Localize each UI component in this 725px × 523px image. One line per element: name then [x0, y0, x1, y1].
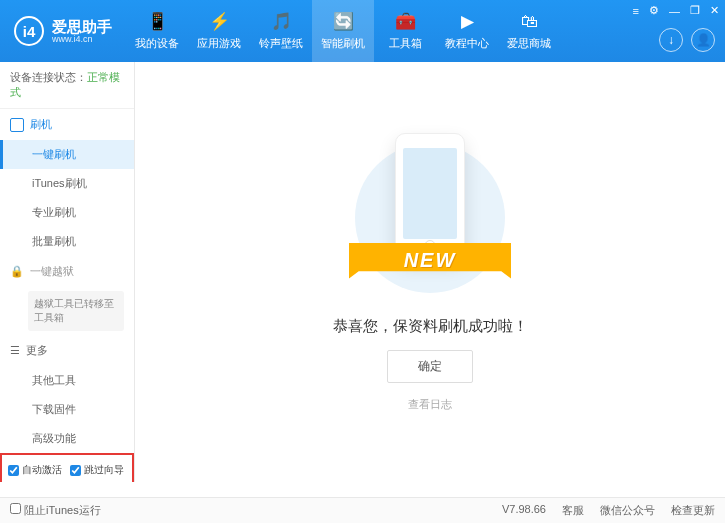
sidebar-item-batch-flash[interactable]: 批量刷机 — [0, 227, 134, 256]
header: i4 爱思助手 www.i4.cn 📱我的设备 ⚡应用游戏 🎵铃声壁纸 🔄智能刷… — [0, 0, 725, 62]
nav-store[interactable]: 🛍爱思商城 — [498, 0, 560, 62]
footer-update[interactable]: 检查更新 — [671, 503, 715, 518]
settings-icon[interactable]: ⚙ — [649, 4, 659, 17]
connection-status: 设备连接状态：正常模式 — [0, 62, 134, 109]
phone-graphic — [395, 133, 465, 258]
footer-wechat[interactable]: 微信公众号 — [600, 503, 655, 518]
ok-button[interactable]: 确定 — [387, 350, 473, 383]
sidebar-item-download-firmware[interactable]: 下载固件 — [0, 395, 134, 424]
header-right: ↓ 👤 — [659, 28, 715, 52]
window-controls: ≡ ⚙ — ❐ ✕ — [633, 4, 719, 17]
options-highlighted: 自动激活 跳过向导 — [0, 453, 134, 482]
logo: i4 爱思助手 www.i4.cn — [0, 16, 126, 46]
store-icon: 🛍 — [519, 12, 539, 32]
section-more[interactable]: ☰更多 — [0, 335, 134, 366]
brand-url: www.i4.cn — [52, 34, 112, 44]
nav-my-device[interactable]: 📱我的设备 — [126, 0, 188, 62]
more-icon: ☰ — [10, 344, 20, 357]
sidebar: 设备连接状态：正常模式 刷机 一键刷机 iTunes刷机 专业刷机 批量刷机 🔒… — [0, 62, 135, 482]
maximize-icon[interactable]: ❐ — [690, 4, 700, 17]
nav-toolbox[interactable]: 🧰工具箱 — [374, 0, 436, 62]
apps-icon: ⚡ — [209, 12, 229, 32]
success-illustration: NEW — [355, 133, 505, 303]
logo-icon: i4 — [14, 16, 44, 46]
refresh-icon: 🔄 — [333, 12, 353, 32]
user-icon[interactable]: 👤 — [691, 28, 715, 52]
nav-ringtones[interactable]: 🎵铃声壁纸 — [250, 0, 312, 62]
sidebar-item-oneclick-flash[interactable]: 一键刷机 — [0, 140, 134, 169]
download-icon[interactable]: ↓ — [659, 28, 683, 52]
device-icon: 📱 — [147, 12, 167, 32]
jailbreak-notice: 越狱工具已转移至工具箱 — [28, 291, 124, 331]
section-jailbreak: 🔒一键越狱 — [0, 256, 134, 287]
nav-apps[interactable]: ⚡应用游戏 — [188, 0, 250, 62]
sidebar-item-pro-flash[interactable]: 专业刷机 — [0, 198, 134, 227]
sidebar-item-advanced[interactable]: 高级功能 — [0, 424, 134, 453]
play-icon: ▶ — [457, 12, 477, 32]
version-label: V7.98.66 — [502, 503, 546, 518]
block-itunes-checkbox[interactable]: 阻止iTunes运行 — [10, 503, 101, 518]
sidebar-item-other-tools[interactable]: 其他工具 — [0, 366, 134, 395]
footer-support[interactable]: 客服 — [562, 503, 584, 518]
sidebar-item-itunes-flash[interactable]: iTunes刷机 — [0, 169, 134, 198]
footer: 阻止iTunes运行 V7.98.66 客服 微信公众号 检查更新 — [0, 497, 725, 523]
section-flash[interactable]: 刷机 — [0, 109, 134, 140]
nav-flash[interactable]: 🔄智能刷机 — [312, 0, 374, 62]
view-log-link[interactable]: 查看日志 — [408, 397, 452, 412]
menu-icon[interactable]: ≡ — [633, 5, 639, 17]
nav-tutorials[interactable]: ▶教程中心 — [436, 0, 498, 62]
minimize-icon[interactable]: — — [669, 5, 680, 17]
brand-name: 爱思助手 — [52, 19, 112, 34]
lock-icon: 🔒 — [10, 265, 24, 278]
skip-wizard-checkbox[interactable]: 跳过向导 — [70, 463, 124, 477]
auto-activate-checkbox[interactable]: 自动激活 — [8, 463, 62, 477]
success-message: 恭喜您，保资料刷机成功啦！ — [333, 317, 528, 336]
music-icon: 🎵 — [271, 12, 291, 32]
top-nav: 📱我的设备 ⚡应用游戏 🎵铃声壁纸 🔄智能刷机 🧰工具箱 ▶教程中心 🛍爱思商城 — [126, 0, 560, 62]
close-icon[interactable]: ✕ — [710, 4, 719, 17]
main-content: NEW 恭喜您，保资料刷机成功啦！ 确定 查看日志 — [135, 62, 725, 482]
flash-icon — [10, 118, 24, 132]
toolbox-icon: 🧰 — [395, 12, 415, 32]
